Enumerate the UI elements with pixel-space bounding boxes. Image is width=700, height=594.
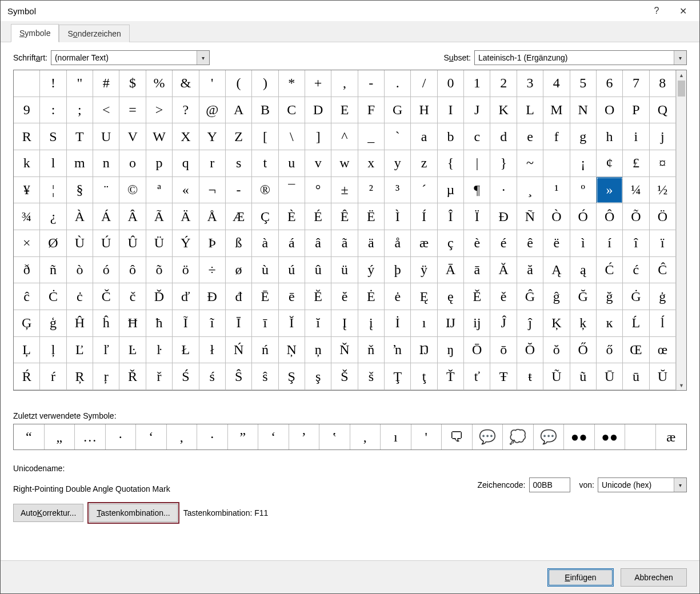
symbol-cell[interactable]: $ bbox=[119, 70, 146, 97]
symbol-cell[interactable]: ĸ bbox=[597, 310, 623, 337]
symbol-cell[interactable]: ê bbox=[517, 230, 543, 257]
cancel-button[interactable]: Abbrechen bbox=[621, 568, 687, 587]
symbol-cell[interactable]: Ê bbox=[331, 203, 358, 230]
symbol-cell[interactable]: ¼ bbox=[623, 177, 649, 204]
symbol-cell[interactable]: ħ bbox=[146, 310, 173, 337]
symbol-cell[interactable]: ° bbox=[305, 177, 331, 204]
symbol-cell[interactable]: ¨ bbox=[93, 177, 119, 204]
symbol-cell[interactable]: í bbox=[597, 230, 623, 257]
recent-symbol[interactable]: ●● bbox=[564, 424, 595, 449]
symbol-cell[interactable]: w bbox=[331, 150, 358, 177]
symbol-cell[interactable]: £ bbox=[623, 150, 649, 177]
symbol-cell[interactable]: î bbox=[623, 230, 649, 257]
symbol-cell[interactable]: ù bbox=[252, 257, 278, 284]
symbol-cell[interactable]: ŀ bbox=[146, 337, 173, 364]
scroll-up-icon[interactable]: ▲ bbox=[677, 70, 686, 80]
symbol-cell[interactable]: Ö bbox=[650, 203, 676, 230]
symbol-cell[interactable]: ç bbox=[438, 230, 464, 257]
symbol-cell[interactable]: Ç bbox=[252, 203, 278, 230]
symbol-cell[interactable]: 9 bbox=[14, 97, 40, 124]
symbol-cell[interactable]: Â bbox=[119, 203, 146, 230]
close-button[interactable]: ✕ bbox=[670, 2, 696, 19]
symbol-cell[interactable]: İ bbox=[385, 310, 411, 337]
symbol-cell[interactable]: Ĉ bbox=[650, 257, 676, 284]
recent-symbol[interactable]: ●● bbox=[595, 424, 626, 449]
symbol-cell[interactable]: E bbox=[331, 97, 358, 124]
recent-symbol[interactable]: „ bbox=[45, 424, 75, 449]
symbol-cell[interactable]: T bbox=[67, 123, 93, 150]
symbol-cell[interactable]: Á bbox=[93, 203, 119, 230]
recent-symbol[interactable]: 💭 bbox=[503, 424, 534, 449]
symbol-cell[interactable]: » bbox=[597, 177, 623, 204]
symbol-cell[interactable]: ŕ bbox=[40, 363, 66, 390]
symbol-cell[interactable]: ġ bbox=[650, 283, 676, 310]
insert-button[interactable]: Einfügen bbox=[547, 568, 614, 587]
symbol-cell[interactable]: ã bbox=[331, 230, 358, 257]
symbol-cell[interactable]: ğ bbox=[597, 283, 623, 310]
symbol-cell[interactable]: ~ bbox=[517, 150, 543, 177]
symbol-cell[interactable]: ½ bbox=[650, 177, 676, 204]
symbol-cell[interactable]: ģ bbox=[40, 310, 66, 337]
symbol-cell[interactable]: Ą bbox=[543, 257, 570, 284]
symbol-cell[interactable]: à bbox=[252, 230, 278, 257]
recent-symbol[interactable]: ı bbox=[381, 424, 411, 449]
symbol-cell[interactable]: Ŗ bbox=[67, 363, 93, 390]
symbol-cell[interactable]: Đ bbox=[199, 283, 226, 310]
symbol-cell[interactable]: ř bbox=[146, 363, 173, 390]
recent-symbol[interactable]: , bbox=[350, 424, 381, 449]
symbol-cell[interactable]: ĵ bbox=[517, 310, 543, 337]
symbol-cell[interactable]: ă bbox=[517, 257, 543, 284]
symbol-cell[interactable]: ŝ bbox=[252, 363, 278, 390]
symbol-cell[interactable]: R bbox=[14, 123, 40, 150]
symbol-cell[interactable]: ´ bbox=[411, 177, 437, 204]
symbol-cell[interactable]: - bbox=[226, 177, 252, 204]
symbol-cell[interactable]: ĕ bbox=[331, 283, 358, 310]
recent-symbol[interactable]: , bbox=[167, 424, 198, 449]
symbol-cell[interactable]: ÿ bbox=[411, 257, 437, 284]
symbol-cell[interactable]: Õ bbox=[623, 203, 649, 230]
symbol-cell[interactable]: ³ bbox=[385, 177, 411, 204]
symbol-cell[interactable]: ® bbox=[252, 177, 278, 204]
symbol-cell[interactable]: Ø bbox=[40, 230, 66, 257]
symbol-cell[interactable]: < bbox=[93, 97, 119, 124]
symbol-grid[interactable]: !"#$%&'()*+,-./0123456789:;<=>?@ABCDEFGH… bbox=[14, 70, 676, 390]
symbol-cell[interactable]: Ĩ bbox=[173, 310, 199, 337]
symbol-cell[interactable]: W bbox=[146, 123, 173, 150]
symbol-cell[interactable]: ª bbox=[146, 177, 173, 204]
symbol-cell[interactable]: « bbox=[173, 177, 199, 204]
symbol-cell[interactable]: ë bbox=[543, 230, 570, 257]
symbol-cell[interactable]: ŉ bbox=[385, 337, 411, 364]
symbol-cell[interactable]: ` bbox=[385, 123, 411, 150]
symbol-cell[interactable]: ę bbox=[438, 283, 464, 310]
symbol-cell[interactable]: Ł bbox=[173, 337, 199, 364]
symbol-cell[interactable]: ] bbox=[305, 123, 331, 150]
symbol-cell[interactable]: Ķ bbox=[543, 310, 570, 337]
symbol-cell[interactable] bbox=[543, 150, 570, 177]
symbol-cell[interactable]: û bbox=[305, 257, 331, 284]
symbol-cell[interactable]: # bbox=[93, 70, 119, 97]
symbol-cell[interactable]: Ĕ bbox=[305, 283, 331, 310]
symbol-cell[interactable]: Œ bbox=[623, 337, 649, 364]
symbol-cell[interactable]: + bbox=[305, 70, 331, 97]
symbol-cell[interactable]: r bbox=[199, 150, 226, 177]
symbol-cell[interactable]: Ī bbox=[226, 310, 252, 337]
symbol-cell[interactable]: å bbox=[385, 230, 411, 257]
recent-symbol[interactable]: 🗨 bbox=[442, 424, 473, 449]
recent-symbol[interactable]: ‘ bbox=[136, 424, 167, 449]
symbol-cell[interactable]: Ë bbox=[358, 203, 385, 230]
symbol-cell[interactable]: ¥ bbox=[14, 177, 40, 204]
symbol-cell[interactable]: Z bbox=[226, 123, 252, 150]
symbol-cell[interactable]: [ bbox=[252, 123, 278, 150]
symbol-cell[interactable]: ¦ bbox=[40, 177, 66, 204]
symbol-cell[interactable]: Ĝ bbox=[517, 283, 543, 310]
symbol-cell[interactable]: u bbox=[279, 150, 305, 177]
symbol-cell[interactable]: Ý bbox=[173, 230, 199, 257]
symbol-cell[interactable]: o bbox=[119, 150, 146, 177]
symbol-cell[interactable]: ; bbox=[67, 97, 93, 124]
symbol-cell[interactable]: Ò bbox=[543, 203, 570, 230]
symbol-cell[interactable]: Ü bbox=[146, 230, 173, 257]
symbol-cell[interactable]: ŏ bbox=[543, 337, 570, 364]
symbol-cell[interactable]: Ŋ bbox=[411, 337, 437, 364]
recent-symbol[interactable]: … bbox=[75, 424, 106, 449]
symbol-cell[interactable]: ì bbox=[570, 230, 597, 257]
